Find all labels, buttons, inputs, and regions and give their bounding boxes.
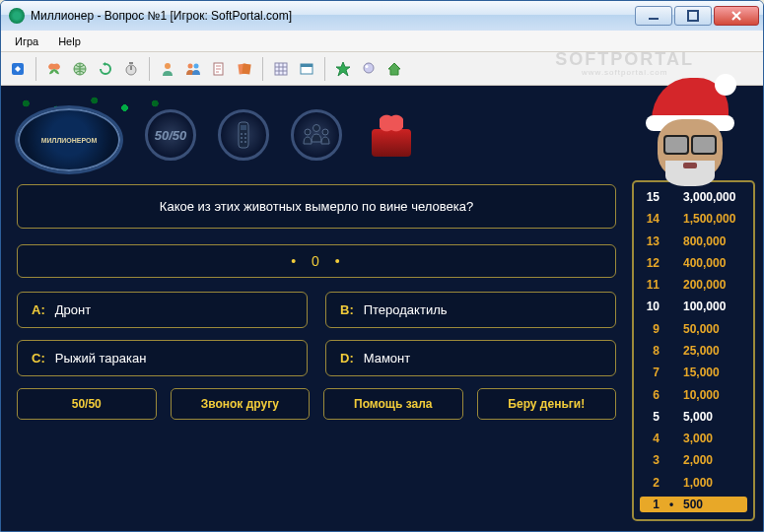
close-button[interactable] (714, 6, 759, 26)
tb-edit-icon[interactable] (208, 58, 230, 80)
logo-ring: МИЛЛИОНЕРОМ (15, 105, 123, 174)
minimize-button[interactable] (635, 6, 672, 26)
lifeline-phone-icon[interactable] (218, 109, 269, 161)
tb-bubble-icon[interactable] (358, 58, 380, 80)
rung-number: 3 (642, 453, 660, 467)
rung-amount: 100,000 (683, 299, 745, 313)
rung-number: 10 (642, 299, 660, 313)
rung-number: 2 (642, 476, 660, 490)
ladder-rung: 55,000 (640, 409, 747, 425)
action-phone-button[interactable]: Звонок другу (171, 388, 311, 420)
question-pane: Какое из этих животных вымерло по вине ч… (17, 184, 616, 229)
rung-number: 9 (642, 322, 660, 336)
answer-letter: B: (340, 302, 354, 317)
ladder-rung: 43,000 (640, 431, 747, 446)
answer-letter: C: (32, 351, 45, 366)
menu-help[interactable]: Help (50, 33, 89, 49)
svg-rect-5 (129, 62, 133, 64)
menu-game[interactable]: Игра (7, 33, 46, 49)
svg-point-16 (366, 65, 369, 68)
action-fifty-button[interactable]: 50/50 (17, 388, 157, 420)
lifeline-audience-icon[interactable] (291, 109, 342, 161)
tb-grid-icon[interactable] (270, 58, 292, 80)
host-avatar (632, 86, 748, 180)
svg-point-24 (244, 141, 246, 143)
rung-amount: 2,000 (683, 453, 745, 467)
svg-point-8 (194, 63, 199, 68)
tb-timer-icon[interactable] (120, 58, 142, 80)
answer-b[interactable]: B: Птеродактиль (325, 292, 616, 328)
ladder-rung: 610,000 (640, 387, 747, 403)
svg-point-22 (244, 137, 246, 139)
svg-rect-0 (649, 18, 659, 20)
toolbar-separator (262, 57, 263, 81)
ladder-rung: 950,000 (640, 321, 747, 337)
score-value: 0 (312, 253, 321, 269)
answer-a[interactable]: A: Дронт (17, 292, 308, 328)
rung-number: 1 (642, 498, 660, 511)
svg-rect-1 (688, 11, 698, 21)
svg-point-20 (244, 133, 246, 135)
ladder-rung: 825,000 (640, 343, 747, 359)
rung-number: 4 (642, 432, 660, 445)
tb-users-icon[interactable] (182, 58, 204, 80)
tb-new-game[interactable] (7, 58, 29, 80)
svg-rect-14 (301, 64, 313, 67)
action-walk-button[interactable]: Беру деньги! (477, 388, 617, 420)
game-main: МИЛЛИОНЕРОМ 50/50 Какое из этих животных… (9, 92, 624, 521)
watermark-main: SOFTPORTAL (555, 49, 694, 69)
action-audience-button[interactable]: Помощь зала (323, 388, 463, 420)
host-face (658, 119, 723, 180)
toolbar-separator (324, 57, 325, 81)
tb-home-icon[interactable] (383, 58, 405, 80)
menubar: Игра Help (1, 31, 763, 52)
ladder-rung: 11200,000 (640, 277, 747, 293)
titlebar: Миллионер - Вопрос №1 [Игрок: SoftPortal… (1, 1, 763, 31)
svg-point-21 (241, 137, 243, 139)
rung-number: 11 (642, 278, 660, 292)
rung-number: 6 (642, 388, 660, 402)
game-sidebar: 153,000,000141,500,00013800,00012400,000… (632, 92, 755, 521)
game-area: МИЛЛИОНЕРОМ 50/50 Какое из этих животных… (1, 86, 763, 531)
ladder-rung: 12400,000 (640, 255, 747, 271)
rung-number: 12 (642, 256, 660, 270)
answer-d[interactable]: D: Мамонт (325, 340, 616, 376)
ladder-rung: 32,000 (640, 452, 747, 468)
answer-letter: A: (32, 302, 45, 317)
tb-globe-icon[interactable] (69, 58, 91, 80)
tb-user-icon[interactable] (157, 58, 178, 80)
svg-point-15 (364, 63, 374, 73)
tb-refresh-icon[interactable] (95, 58, 116, 80)
rung-amount: 200,000 (683, 278, 745, 292)
ladder-rung: 10100,000 (640, 299, 747, 314)
maximize-button[interactable] (674, 6, 712, 26)
ladder-rung: 141,500,000 (640, 211, 747, 227)
svg-rect-18 (241, 125, 246, 130)
rung-amount: 400,000 (683, 256, 745, 270)
rung-amount: 25,000 (683, 344, 745, 358)
top-row: МИЛЛИОНЕРОМ 50/50 (9, 92, 624, 178)
window-title: Миллионер - Вопрос №1 [Игрок: SoftPortal… (31, 9, 635, 23)
question-text: Какое из этих животных вымерло по вине ч… (160, 199, 473, 214)
prize-ladder: 153,000,000141,500,00013800,00012400,000… (632, 180, 755, 521)
toolbar-separator (35, 57, 36, 81)
app-icon (9, 8, 25, 24)
watermark: SOFTPORTAL www.softportal.com (555, 52, 694, 80)
tb-star-icon[interactable] (332, 58, 354, 80)
answer-c[interactable]: C: Рыжий таракан (17, 340, 308, 376)
tb-window-icon[interactable] (296, 58, 317, 80)
answers-grid: A: Дронт B: Птеродактиль C: Рыжий тарака… (9, 288, 624, 388)
gift-decoration (372, 113, 411, 157)
rung-amount: 1,000 (683, 476, 745, 490)
glasses-icon (663, 135, 717, 151)
toolbar: SOFTPORTAL www.softportal.com (1, 52, 763, 86)
svg-rect-11 (242, 63, 250, 74)
tb-cards-icon[interactable] (234, 58, 255, 80)
tb-butterfly-icon[interactable] (43, 58, 65, 80)
svg-point-27 (322, 129, 328, 135)
fifty-fifty-label: 50/50 (155, 128, 187, 143)
rung-number: 5 (642, 410, 660, 424)
window-controls (635, 6, 759, 26)
answer-letter: D: (340, 351, 354, 366)
answer-text: Дронт (55, 302, 91, 317)
